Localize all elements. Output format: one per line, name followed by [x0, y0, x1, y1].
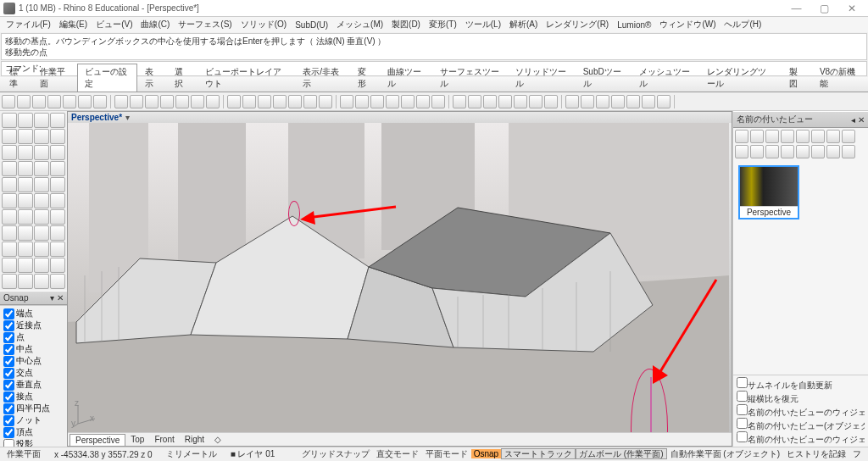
osnap-checkbox[interactable]: [3, 415, 14, 426]
tool-button[interactable]: [34, 113, 49, 128]
panel-tool-button[interactable]: [842, 145, 855, 158]
toolbar-button[interactable]: [529, 95, 542, 108]
tool-button[interactable]: [50, 145, 65, 160]
toolbar-button[interactable]: [514, 95, 527, 108]
tool-button[interactable]: [18, 258, 33, 273]
status-cell[interactable]: スマートトラック: [501, 448, 576, 459]
toolbar-button[interactable]: [288, 95, 302, 108]
panel-tool-button[interactable]: [826, 145, 840, 158]
tool-button[interactable]: [18, 113, 33, 128]
panel-tool-button[interactable]: [842, 130, 855, 143]
osnap-panel-title[interactable]: Osnap▾ ✕: [0, 291, 67, 305]
tool-button[interactable]: [34, 274, 49, 289]
toolbar-button[interactable]: [191, 95, 204, 108]
main-toolbar[interactable]: [0, 92, 868, 111]
tool-button[interactable]: [50, 161, 65, 176]
maximize-button[interactable]: ▢: [811, 3, 837, 14]
toolbar-button[interactable]: [206, 95, 220, 108]
toolbar-button[interactable]: [468, 95, 481, 108]
tool-button[interactable]: [34, 129, 49, 144]
workspace-tab[interactable]: SubDツール: [576, 64, 632, 92]
menu-item[interactable]: 曲線(C): [136, 17, 174, 32]
osnap-checkbox[interactable]: [3, 439, 14, 447]
toolbar-button[interactable]: [626, 95, 640, 108]
toolbar-button[interactable]: [175, 95, 189, 108]
tool-button[interactable]: [34, 225, 49, 241]
toolbar-button[interactable]: [401, 95, 415, 108]
toolbar-button[interactable]: [114, 95, 128, 108]
tool-button[interactable]: [2, 113, 17, 128]
toolbar-button[interactable]: [319, 95, 332, 108]
workspace-tab[interactable]: 変形: [350, 64, 381, 92]
toolbar-button[interactable]: [544, 95, 558, 108]
workspace-tab[interactable]: 表示: [137, 64, 168, 92]
tool-button[interactable]: [34, 193, 49, 208]
panel-tool-button[interactable]: [811, 145, 825, 158]
panel-tool-button[interactable]: [750, 145, 764, 158]
osnap-checkbox[interactable]: [3, 308, 14, 319]
osnap-checkbox[interactable]: [3, 356, 14, 367]
toolbar-button[interactable]: [340, 95, 353, 108]
workspace-tab[interactable]: メッシュツール: [632, 64, 699, 92]
osnap-checkbox[interactable]: [3, 320, 14, 331]
osnap-checkbox[interactable]: [3, 332, 14, 343]
menu-item[interactable]: メッシュ(M): [332, 17, 387, 32]
tool-button[interactable]: [18, 161, 33, 176]
tool-button[interactable]: [18, 242, 33, 257]
toolbar-button[interactable]: [453, 95, 466, 108]
toolbar-button[interactable]: [355, 95, 369, 108]
workspace-tab[interactable]: 標準: [2, 64, 32, 92]
tool-button[interactable]: [34, 258, 49, 273]
menu-item[interactable]: ビュー(V): [92, 17, 136, 32]
menubar[interactable]: ファイル(F)編集(E)ビュー(V)曲線(C)サーフェス(S)ソリッド(O)Su…: [0, 17, 868, 32]
workspace-tab[interactable]: ビューの設定: [77, 64, 137, 92]
viewport-tab[interactable]: Top: [125, 434, 149, 445]
named-views-toolbar[interactable]: [733, 128, 868, 160]
menu-item[interactable]: ツール(L): [461, 17, 505, 32]
menu-item[interactable]: 編集(E): [55, 17, 92, 32]
workspace-tab[interactable]: ビューポートレイアウト: [198, 64, 295, 92]
tool-button[interactable]: [18, 209, 33, 225]
tool-button[interactable]: [2, 129, 17, 144]
tool-button[interactable]: [50, 242, 65, 257]
toolbar-button[interactable]: [47, 95, 61, 108]
toolbar-button[interactable]: [130, 95, 143, 108]
tool-button[interactable]: [2, 209, 17, 225]
status-cell[interactable]: ヒストリを記録: [783, 449, 849, 458]
osnap-checkbox[interactable]: [3, 427, 14, 438]
workspace-tab[interactable]: レンダリングツール: [699, 64, 782, 92]
menu-item[interactable]: ウィンドウ(W): [655, 17, 720, 32]
viewport-canvas[interactable]: z x y: [68, 123, 732, 432]
menu-item[interactable]: ヘルプ(H): [720, 17, 765, 32]
status-cell[interactable]: ガムボール (作業平面): [576, 448, 666, 459]
panel-tool-button[interactable]: [735, 130, 748, 143]
status-cell[interactable]: グリッドスナップ: [298, 449, 373, 458]
menu-item[interactable]: Lumion®: [613, 19, 655, 31]
status-cell[interactable]: 自動作業平面 (オブジェクト): [667, 449, 783, 458]
toolbar-button[interactable]: [498, 95, 512, 108]
tool-button[interactable]: [50, 129, 65, 144]
workspace-tabs[interactable]: 標準作業平面ビューの設定表示選択ビューポートレイアウト表示/非表示変形曲線ツール…: [0, 77, 868, 92]
status-cell[interactable]: 平面モード: [422, 449, 471, 458]
toolbar-button[interactable]: [370, 95, 384, 108]
workspace-tab[interactable]: 曲線ツール: [380, 64, 432, 92]
side-toolbox[interactable]: [0, 111, 67, 291]
panel-tool-button[interactable]: [735, 145, 748, 158]
workspace-tab[interactable]: ソリッドツール: [508, 64, 576, 92]
named-views-title[interactable]: 名前の付いたビュー◂ ✕: [733, 111, 868, 128]
tool-button[interactable]: [34, 242, 49, 257]
toolbar-button[interactable]: [273, 95, 287, 108]
workspace-tab[interactable]: 表示/非表示: [295, 64, 350, 92]
toolbar-button[interactable]: [17, 95, 31, 108]
panel-tool-button[interactable]: [811, 130, 825, 143]
tool-button[interactable]: [2, 274, 17, 289]
workspace-tab[interactable]: サーフェスツール: [432, 64, 508, 92]
menu-item[interactable]: レンダリング(R): [542, 17, 613, 32]
toolbar-button[interactable]: [565, 95, 579, 108]
tool-button[interactable]: [50, 258, 65, 273]
tool-button[interactable]: [2, 225, 17, 241]
menu-item[interactable]: サーフェス(S): [174, 17, 236, 32]
toolbar-button[interactable]: [145, 95, 159, 108]
menu-item[interactable]: 解析(A): [505, 17, 542, 32]
tool-button[interactable]: [50, 177, 65, 192]
